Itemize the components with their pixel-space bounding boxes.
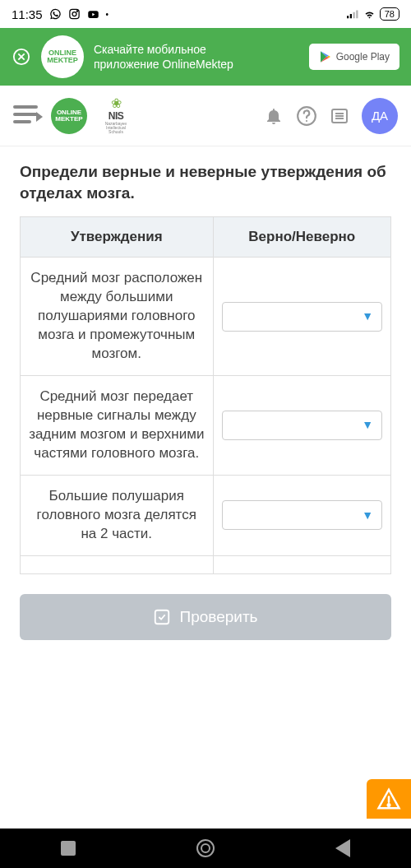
table-row: Средний мозг передает нервные сигналы ме… xyxy=(21,375,391,475)
status-time: 11:35 xyxy=(12,7,43,21)
check-button[interactable]: Проверить xyxy=(20,594,391,640)
app-header: ONLINEMEKTEP ❀ NIS Nazarbayev Intellectu… xyxy=(0,86,411,146)
question-title: Определи верные и неверные утверждения о… xyxy=(20,161,391,203)
table-header-statements: Утверждения xyxy=(21,217,214,258)
svg-point-13 xyxy=(388,804,390,806)
alert-tab[interactable] xyxy=(367,779,411,819)
instagram-icon xyxy=(68,8,81,21)
statement-cell: Средний мозг передает нервные сигналы ме… xyxy=(21,375,214,475)
bell-icon[interactable] xyxy=(263,105,284,127)
answer-select[interactable]: ▼ xyxy=(222,411,382,440)
svg-rect-5 xyxy=(350,14,352,18)
promo-logo: ONLINEMEKTEP xyxy=(41,35,84,78)
home-button[interactable] xyxy=(195,838,216,859)
google-play-label: Google Play xyxy=(336,51,390,63)
youtube-icon xyxy=(87,8,99,21)
menu-toggle-button[interactable] xyxy=(13,105,39,127)
battery-indicator: 78 xyxy=(380,7,399,21)
true-false-table: Утверждения Верно/Неверно Средний мозг р… xyxy=(20,216,391,573)
chevron-down-icon: ▼ xyxy=(362,508,373,523)
user-avatar[interactable]: ДА xyxy=(362,98,398,134)
table-header-answer: Верно/Неверно xyxy=(213,217,390,258)
list-icon[interactable] xyxy=(329,105,350,127)
android-nav-bar xyxy=(0,829,411,868)
app-logo[interactable]: ONLINEMEKTEP xyxy=(51,98,87,134)
statement-cell: Большие полушария головного мозга делятс… xyxy=(21,475,214,555)
answer-select[interactable]: ▼ xyxy=(222,302,382,332)
recent-apps-button[interactable] xyxy=(58,838,79,859)
close-promo-button[interactable] xyxy=(12,47,31,67)
question-content: Определи верные и неверные утверждения о… xyxy=(0,146,411,655)
chevron-down-icon: ▼ xyxy=(362,309,373,324)
status-bar: 11:35 • 78 xyxy=(0,0,411,28)
table-row: Средний мозг расположен между большими п… xyxy=(21,258,391,376)
nis-logo: ❀ NIS Nazarbayev Intellectual Schools xyxy=(99,97,133,134)
google-play-icon xyxy=(319,50,332,63)
answer-select[interactable]: ▼ xyxy=(222,500,382,530)
back-button[interactable] xyxy=(332,838,353,859)
chevron-down-icon: ▼ xyxy=(362,417,373,433)
promo-banner: ONLINEMEKTEP Скачайте мобильноеприложени… xyxy=(0,28,411,86)
check-button-label: Проверить xyxy=(179,608,257,626)
check-icon xyxy=(153,608,171,626)
table-row xyxy=(21,555,391,573)
svg-point-10 xyxy=(306,119,307,121)
table-row: Большие полушария головного мозга делятс… xyxy=(21,475,391,555)
whatsapp-icon xyxy=(49,8,62,21)
svg-rect-4 xyxy=(347,16,349,18)
leaf-icon: ❀ xyxy=(111,97,122,110)
help-icon[interactable] xyxy=(296,105,317,127)
google-play-button[interactable]: Google Play xyxy=(309,44,399,70)
svg-rect-7 xyxy=(356,11,358,19)
warning-icon xyxy=(376,787,401,811)
svg-point-2 xyxy=(76,11,77,12)
svg-rect-6 xyxy=(353,12,354,19)
wifi-icon xyxy=(363,8,376,21)
promo-text: Скачайте мобильноеприложение OnlineMekte… xyxy=(94,42,299,72)
svg-point-1 xyxy=(72,12,76,16)
svg-rect-12 xyxy=(155,610,169,624)
signal-icon xyxy=(347,8,359,21)
statement-cell: Средний мозг расположен между большими п… xyxy=(21,258,214,376)
dot-icon: • xyxy=(106,10,109,19)
